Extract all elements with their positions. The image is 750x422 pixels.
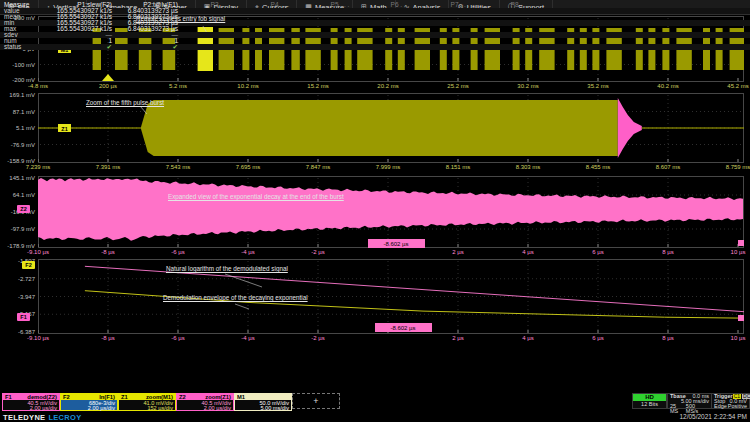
measure-table: MeasureP1:slew(F2)P2:t@lv(F1)P3 . . .P4 … <box>0 0 750 49</box>
x-axis-label: 4 µs <box>506 335 550 342</box>
x-axis-label: 30.2 ms <box>506 83 550 90</box>
x-axis-label: 8 µs <box>646 335 690 342</box>
waveform-plot-3[interactable]: -8.602 µs <box>38 176 744 248</box>
brand-lecroy: LECROY <box>48 413 81 422</box>
burst-body[interactable] <box>141 100 618 156</box>
trace-badge-label: Z1 <box>61 126 67 132</box>
clock: 12/05/2021 2:22:54 PM <box>679 413 747 420</box>
trigger-position-marker[interactable] <box>102 74 114 81</box>
trigger-slope: Positive <box>728 404 747 409</box>
annotation-keyfob: Remote keyless entry fob signal <box>136 15 225 22</box>
x-axis-label: 6 µs <box>576 249 620 256</box>
cursor-readout-label: -8.602 µs <box>383 241 408 247</box>
timebase-box[interactable]: Tbase0.0 ms5.00 ms/div25 MS500 MS/s <box>667 393 712 409</box>
x-axis-label: -6 µs <box>156 249 200 256</box>
brand-logo: TELEDYNELECROY <box>3 413 81 422</box>
panel-exponential-decay: 145.1 mV64.1 mV-16.9 mV-97.9 mV-178.9 mV… <box>0 176 750 258</box>
x-axis-label: 7.847 ms <box>296 164 340 171</box>
y-axis-label: 87.1 mV <box>0 109 35 115</box>
y-axis-label: -97.9 mV <box>0 226 35 232</box>
trace-badge-f1[interactable]: F1 <box>17 313 30 321</box>
trace-badge-z2[interactable]: Z2 <box>17 205 30 213</box>
trigger-box[interactable]: TriggerC1DCStop0.0 mVEdgePositive <box>711 393 750 409</box>
x-axis-label: 2 µs <box>436 249 480 256</box>
brand-teledyne: TELEDYNE <box>3 413 45 422</box>
annotation-demod-envelope: Demodulation envelope of the decaying ex… <box>163 294 308 301</box>
annotation-leader-2 <box>235 304 249 309</box>
annotation-exp-decay: Expanded view of the exponential decay a… <box>168 193 344 200</box>
x-axis-label: 7.695 ms <box>226 164 270 171</box>
panel-log-and-fit: -1.507-2.727-3.947-5.167-6.387-9.10 µs-8… <box>0 259 750 344</box>
y-axis-label: 5.1 mV <box>0 125 35 131</box>
x-axis-label: 5.2 ms <box>156 83 200 90</box>
x-axis-label: 25.2 ms <box>436 83 480 90</box>
y-axis-label: -3.947 <box>0 294 35 300</box>
measure-cell: ✔ <box>68 44 178 50</box>
oscilloscope-screen: ▤File↕Vertical↔Timebase↯Trigger▣Display⌖… <box>0 0 750 422</box>
x-axis-label: 20.2 ms <box>366 83 410 90</box>
hd-mode-box[interactable]: HD12 Bits <box>632 393 667 409</box>
x-axis-label: 200 µs <box>86 83 130 90</box>
cursor-readout-label: -8.602 µs <box>390 325 415 331</box>
x-axis-label: 7.999 ms <box>366 164 410 171</box>
trace-ln-demod[interactable] <box>85 266 744 312</box>
x-axis-label: 10 µs <box>716 249 750 256</box>
x-axis-label: -8 µs <box>86 249 130 256</box>
decay-envelope-trace[interactable] <box>38 178 743 241</box>
x-axis-label: 8.607 ms <box>646 164 690 171</box>
x-axis-label: -4 µs <box>226 249 270 256</box>
trigger-row3: EdgePositive <box>712 404 749 409</box>
x-axis-label: 4 µs <box>506 249 550 256</box>
x-axis-label: -8 µs <box>86 335 130 342</box>
x-axis-label: 8.759 ms <box>716 164 750 171</box>
x-axis-label: 15.2 ms <box>296 83 340 90</box>
hd-bits: 12 Bits <box>633 401 666 408</box>
x-axis-label: 10.2 ms <box>226 83 270 90</box>
y-axis-label: -2.727 <box>0 276 35 282</box>
y-axis-label: 145.1 mV <box>0 175 35 181</box>
cursor-marker[interactable] <box>738 240 744 246</box>
y-axis-label: 64.1 mV <box>0 192 35 198</box>
waveform-plot-4[interactable]: -8.602 µs <box>38 259 744 334</box>
x-axis-label: 35.2 ms <box>576 83 620 90</box>
bottom-bar: TELEDYNELECROY 12/05/2021 2:22:54 PM <box>0 411 750 422</box>
x-axis-label: 7.239 ms <box>16 164 60 171</box>
y-axis-label: -100 mV <box>0 62 35 68</box>
x-axis-label: 2 µs <box>436 335 480 342</box>
x-axis-label: -4 µs <box>226 335 270 342</box>
x-axis-label: -2 µs <box>296 249 340 256</box>
x-axis-label: -2 µs <box>296 335 340 342</box>
annotation-zoom-burst: Zoom of the fifth pulse burst <box>86 99 164 106</box>
cursor-marker[interactable] <box>738 315 744 321</box>
x-axis-label: -6 µs <box>156 335 200 342</box>
y-axis-label: 169.1 mV <box>0 92 35 98</box>
x-axis-label: 7.543 ms <box>156 164 200 171</box>
x-axis-label: -9.10 µs <box>16 335 60 342</box>
x-axis-label: 40.2 ms <box>646 83 690 90</box>
x-axis-label: 7.391 ms <box>86 164 130 171</box>
status-cluster: HD12 BitsTbase0.0 ms5.00 ms/div25 MS500 … <box>0 393 750 410</box>
x-axis-label: -4.8 ms <box>16 83 60 90</box>
x-axis-label: 8.151 ms <box>436 164 480 171</box>
annotation-natural-log: Natural logarithm of the demodulated sig… <box>166 265 288 272</box>
y-axis-label: -76.9 mV <box>0 142 35 148</box>
hd-badge: HD <box>633 394 666 401</box>
x-axis-label: 8 µs <box>646 249 690 256</box>
x-axis-label: 45.2 ms <box>716 83 750 90</box>
x-axis-label: 6 µs <box>576 335 620 342</box>
measure-row-status: status✔✔ <box>0 44 750 50</box>
trace-badge-f2[interactable]: F2 <box>22 261 35 269</box>
decay-transient[interactable] <box>618 98 642 158</box>
x-axis-label: 8.303 ms <box>506 164 550 171</box>
trigger-type: Edge <box>714 404 727 409</box>
x-axis-label: 10 µs <box>716 335 750 342</box>
x-axis-label: 8.455 ms <box>576 164 620 171</box>
annotation-leader <box>225 274 262 287</box>
x-axis-label: -9.10 µs <box>16 249 60 256</box>
